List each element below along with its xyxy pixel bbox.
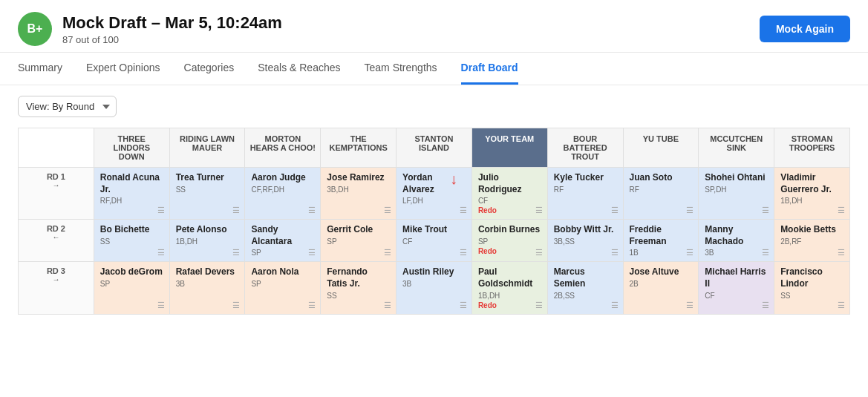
pick-r2-c8: Michael Harris IICF☰ [699, 262, 774, 314]
nav-summary[interactable]: Summary [18, 53, 62, 85]
player-pos: SP [478, 237, 541, 246]
pick-r0-c7: Juan SotoRF☰ [623, 168, 699, 220]
pick-r0-c2: Aaron JudgeCF,RF,DH☰ [245, 168, 321, 220]
player-name: Freddie Freeman [630, 224, 693, 247]
player-name: Trea Turner [176, 172, 239, 184]
round-label-0: RD 1→ [19, 168, 94, 220]
pick-r0-c1: Trea TurnerSS☰ [169, 168, 245, 220]
nav-steals-reaches[interactable]: Steals & Reaches [258, 53, 340, 85]
player-name: Manny Machado [705, 224, 768, 247]
pick-r1-c2: Sandy AlcantaraSP☰ [245, 220, 321, 262]
nav-team-strengths[interactable]: Team Strengths [365, 53, 437, 85]
player-pos: 1B [630, 249, 693, 257]
player-pos: 2B [630, 280, 693, 288]
player-pos: LF,DH [402, 197, 466, 205]
note-icon: ☰ [611, 301, 619, 310]
note-icon: ☰ [308, 301, 316, 310]
note-icon: ☰ [535, 248, 543, 257]
team-header-0: THREE LINDORSDOWN [94, 128, 169, 168]
player-pos: 3B [402, 280, 466, 288]
draft-board: THREE LINDORSDOWN RIDING LAWNMAUER MORTO… [0, 128, 868, 332]
player-name: Shohei Ohtani [705, 172, 768, 184]
pick-r0-c0: Ronald Acuna Jr.RF,DH☰ [94, 168, 169, 220]
mock-again-button[interactable]: Mock Again [760, 16, 850, 42]
player-pos: 1B,DH [176, 237, 239, 246]
player-pos: 3B,DH [327, 186, 390, 194]
team-header-8: STROMANTROOPERS [774, 128, 850, 168]
view-select[interactable]: View: By Round View: By Pick [18, 96, 117, 117]
player-name: Fernando Tatis Jr. [327, 266, 390, 289]
header-left: B+ Mock Draft – Mar 5, 10:24am 87 out of… [18, 12, 282, 46]
player-name: Kyle Tucker [554, 172, 617, 184]
player-pos: RF [554, 186, 617, 194]
nav-expert-opinions[interactable]: Expert Opinions [86, 53, 160, 85]
pick-r1-c6: Bobby Witt Jr.3B,SS☰ [547, 220, 623, 262]
pick-r1-c3: Gerrit ColeSP☰ [321, 220, 397, 262]
team-header-4: STANTONISLAND [397, 128, 472, 168]
player-name: Ronald Acuna Jr. [100, 172, 163, 195]
nav-draft-board[interactable]: Draft Board [461, 53, 518, 85]
note-icon: ☰ [384, 301, 391, 310]
note-icon: ☰ [686, 206, 694, 215]
player-name: Gerrit Cole [327, 224, 390, 236]
player-pos: 3B [705, 249, 768, 257]
note-icon: ☰ [838, 301, 845, 310]
player-pos: 1B,DH [780, 197, 843, 205]
pick-r2-c4: Austin Riley3B☰ [397, 262, 472, 314]
note-icon: ☰ [157, 206, 165, 215]
player-name: Pete Alonso [176, 224, 239, 236]
pick-r1-c1: Pete Alonso1B,DH☰ [169, 220, 245, 262]
player-pos: SP [251, 249, 314, 257]
note-icon: ☰ [308, 206, 316, 215]
pick-r2-c2: Aaron NolaSP☰ [245, 262, 321, 314]
note-icon: ☰ [762, 301, 769, 310]
player-note: Redo [478, 247, 541, 255]
pick-r1-c7: Freddie Freeman1B☰ [623, 220, 699, 262]
round-label-2: RD 3→ [19, 262, 94, 314]
pick-r2-c7: Jose Altuve2B☰ [623, 262, 699, 314]
note-icon: ☰ [157, 248, 165, 257]
player-name: Yordan Alvarez [402, 172, 466, 195]
note-icon: ☰ [232, 248, 240, 257]
team-header-your-team: YOUR TEAM [471, 128, 547, 168]
grade-badge: B+ [18, 12, 52, 46]
player-name: Corbin Burnes [478, 224, 541, 236]
player-pos: SP,DH [705, 186, 768, 194]
pick-r0-c9: Vladimir Guerrero Jr.1B,DH☰ [774, 168, 850, 220]
player-name: Paul Goldschmidt [478, 266, 541, 289]
player-pos: 2B,SS [554, 292, 617, 300]
draft-table: THREE LINDORSDOWN RIDING LAWNMAUER MORTO… [18, 128, 850, 315]
pick-r2-c0: Jacob deGromSP☰ [94, 262, 169, 314]
player-pos: CF,RF,DH [251, 186, 314, 194]
note-icon: ☰ [460, 301, 467, 310]
player-name: Mike Trout [402, 224, 466, 236]
note-icon: ☰ [232, 301, 240, 310]
player-note: Redo [478, 206, 541, 214]
player-name: Juan Soto [630, 172, 693, 184]
player-name: Francisco Lindor [780, 266, 843, 289]
navigation: Summary Expert Opinions Categories Steal… [0, 53, 868, 85]
player-pos: RF [630, 186, 693, 194]
player-pos: SP [327, 237, 390, 246]
note-icon: ☰ [686, 301, 694, 310]
pick-r2-c3: Fernando Tatis Jr.SS☰ [321, 262, 397, 314]
player-name: Marcus Semien [554, 266, 617, 289]
team-header-5: BOURBATTEREDTROUT [547, 128, 623, 168]
score-subtitle: 87 out of 100 [62, 34, 282, 45]
player-pos: SP [251, 280, 314, 288]
player-pos: CF [402, 237, 466, 246]
player-pos: CF [705, 292, 768, 300]
team-header-3: THEKEMPTATIONS [321, 128, 397, 168]
player-name: Aaron Nola [251, 266, 314, 278]
note-icon: ☰ [232, 206, 240, 215]
note-icon: ☰ [611, 248, 619, 257]
player-pos: RF,DH [100, 197, 163, 205]
player-pos: SS [327, 292, 390, 300]
pick-r1-c5: Corbin BurnesSPRedo☰ [471, 220, 547, 262]
note-icon: ☰ [157, 301, 165, 310]
note-icon: ☰ [838, 206, 845, 215]
team-header-7: MCCUTCHENSINK [699, 128, 774, 168]
player-pos: 1B,DH [478, 292, 541, 300]
nav-categories[interactable]: Categories [184, 53, 235, 85]
pick-r2-c1: Rafael Devers3B☰ [169, 262, 245, 314]
